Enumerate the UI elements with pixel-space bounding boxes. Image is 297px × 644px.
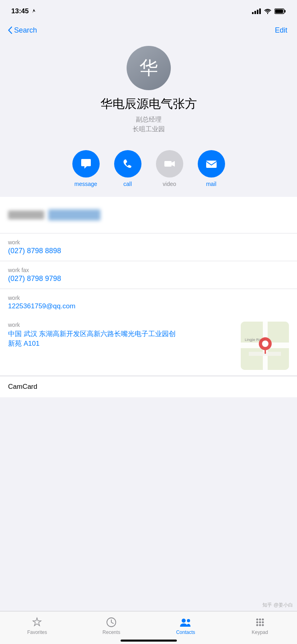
svg-rect-2 — [275, 10, 283, 13]
avatar: 华 — [127, 46, 171, 90]
call-icon — [121, 157, 134, 170]
blur-content — [8, 209, 100, 221]
edit-button[interactable]: Edit — [275, 26, 287, 35]
chevron-left-icon — [8, 27, 12, 34]
tab-recents[interactable]: Recents — [74, 617, 149, 635]
back-label: Search — [14, 26, 37, 35]
call-label: call — [123, 181, 132, 187]
status-icons — [252, 8, 286, 14]
svg-point-18 — [256, 621, 258, 623]
work-phone-row[interactable]: work (027) 8798 8898 — [0, 233, 297, 261]
svg-point-16 — [259, 618, 261, 620]
message-icon — [80, 157, 92, 170]
status-bar: 13:45 — [0, 0, 297, 20]
work-fax-value[interactable]: (027) 8798 9798 — [8, 275, 289, 283]
map-svg: Lingjie Road — [241, 322, 289, 370]
action-buttons: message call video mail — [0, 144, 297, 197]
svg-point-15 — [256, 618, 258, 620]
svg-point-14 — [187, 619, 190, 622]
svg-rect-4 — [206, 161, 217, 168]
message-action[interactable]: message — [72, 150, 100, 187]
clock-icon — [106, 617, 117, 628]
battery-icon — [274, 8, 286, 14]
tab-contacts[interactable]: Contacts — [149, 617, 223, 635]
call-action[interactable]: call — [114, 150, 141, 187]
tab-keypad[interactable]: Keypad — [223, 617, 297, 635]
svg-point-21 — [256, 624, 258, 626]
tab-keypad-label: Keypad — [252, 630, 268, 635]
work-fax-row[interactable]: work fax (027) 8798 9798 — [0, 261, 297, 289]
video-label: video — [163, 181, 176, 187]
tab-favorites-label: Favorites — [27, 630, 47, 635]
svg-point-22 — [259, 624, 261, 626]
svg-point-23 — [262, 624, 264, 626]
tab-bar: Favorites Recents Contacts Keypad — [0, 611, 297, 644]
message-icon-circle — [72, 150, 100, 178]
video-action[interactable]: video — [156, 150, 183, 187]
signal-icon — [252, 8, 261, 14]
contact-header: 华 华电辰源电气张方 副总经理 长咀工业园 — [0, 42, 297, 144]
call-icon-circle — [114, 150, 141, 178]
svg-point-13 — [182, 619, 186, 623]
keypad-icon — [254, 617, 266, 628]
svg-point-20 — [262, 621, 264, 623]
work-email-label: work — [8, 295, 289, 301]
contacts-icon — [180, 617, 192, 628]
svg-rect-1 — [285, 10, 286, 12]
home-indicator — [121, 640, 177, 642]
work-email-row[interactable]: work 1225361759@qq.com — [0, 289, 297, 316]
contact-title: 副总经理 — [133, 115, 165, 124]
svg-rect-3 — [164, 161, 172, 167]
svg-point-17 — [262, 618, 264, 620]
work-phone-value[interactable]: (027) 8798 8898 — [8, 247, 289, 255]
camcard-row[interactable]: CamCard — [0, 376, 297, 397]
work-fax-label: work fax — [8, 267, 289, 273]
address-value[interactable]: 中国 武汉 东湖高新开发区高新六路长嘴光电子工业园创新苑 A101 — [8, 329, 181, 349]
avatar-char: 华 — [139, 56, 158, 80]
address-text-block: work 中国 武汉 东湖高新开发区高新六路长嘴光电子工业园创新苑 A101 — [8, 322, 234, 349]
camcard-section: CamCard — [0, 376, 297, 397]
svg-point-19 — [259, 621, 261, 623]
video-icon — [163, 157, 176, 170]
tab-favorites[interactable]: Favorites — [0, 617, 74, 635]
blur-rect2 — [48, 209, 100, 221]
star-icon — [31, 617, 43, 628]
blur-rect1 — [8, 211, 44, 219]
svg-point-11 — [262, 341, 268, 347]
nav-bar: Search Edit — [0, 20, 297, 42]
back-button[interactable]: Search — [8, 26, 37, 35]
contact-company: 长咀工业园 — [133, 124, 165, 134]
address-row[interactable]: work 中国 武汉 东湖高新开发区高新六路长嘴光电子工业园创新苑 A101 L… — [0, 316, 297, 376]
wifi-icon — [264, 8, 271, 14]
tab-contacts-label: Contacts — [176, 630, 195, 635]
map-thumbnail[interactable]: Lingjie Road — [241, 322, 289, 370]
mail-icon-circle — [198, 150, 225, 178]
video-icon-circle — [156, 150, 183, 178]
blurred-area — [0, 197, 297, 233]
mail-icon — [205, 157, 218, 170]
work-phone-label: work — [8, 239, 289, 246]
contact-name: 华电辰源电气张方 — [100, 96, 197, 112]
address-label: work — [8, 322, 234, 328]
location-arrow-icon — [31, 8, 36, 14]
camcard-label: CamCard — [8, 383, 37, 390]
watermark: 知乎 @姜小白 — [262, 602, 293, 609]
tab-recents-label: Recents — [102, 630, 120, 635]
info-section: work (027) 8798 8898 work fax (027) 8798… — [0, 233, 297, 316]
message-label: message — [74, 181, 97, 187]
mail-action[interactable]: mail — [198, 150, 225, 187]
status-time: 13:45 — [11, 7, 36, 15]
work-email-value[interactable]: 1225361759@qq.com — [8, 302, 289, 310]
mail-label: mail — [206, 181, 217, 187]
time-label: 13:45 — [11, 7, 29, 15]
contact-subtitle: 副总经理 长咀工业园 — [133, 115, 165, 134]
